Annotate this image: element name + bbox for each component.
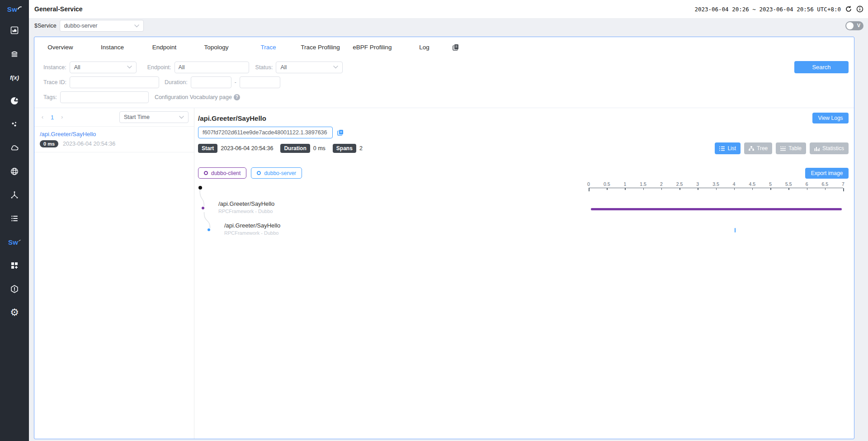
service-select[interactable]: dubbo-server: [60, 20, 144, 32]
scatter-dots-icon: [10, 120, 19, 129]
span-name: /api.Greeter/SayHello: [218, 200, 274, 207]
prev-page-icon[interactable]: ‹: [42, 114, 43, 120]
status-label: Status:: [255, 64, 273, 71]
sort-select[interactable]: Start Time: [119, 111, 189, 123]
view-logs-button[interactable]: View Logs: [812, 113, 849, 123]
view-statistics-label: Statistics: [822, 145, 844, 152]
legend-item[interactable]: dubbo-server: [251, 167, 302, 179]
copy-trace-id-icon[interactable]: [337, 129, 344, 136]
tab-topology[interactable]: Topology: [190, 44, 242, 51]
hexagon-alert-icon: [10, 285, 19, 294]
view-table-button[interactable]: Table: [776, 142, 806, 154]
chevron-down-icon: [327, 131, 328, 134]
span-dot[interactable]: [208, 228, 210, 231]
duration-min-input[interactable]: [191, 76, 231, 88]
endpoint-input[interactable]: [175, 62, 249, 73]
span-bar[interactable]: [735, 228, 736, 232]
chevron-down-icon: [134, 24, 139, 28]
view-table-label: Table: [788, 145, 802, 152]
trace-id-select[interactable]: f607fd7202d611ee9de7acde48001122.1.38976…: [198, 127, 333, 138]
sidebar-item-functions[interactable]: f(x): [8, 72, 21, 82]
tab-ebpf-profiling[interactable]: eBPF Profiling: [346, 44, 398, 51]
statistics-view-icon: [814, 146, 820, 151]
page-number[interactable]: 1: [51, 114, 54, 121]
view-tree-label: Tree: [757, 145, 768, 152]
status-select[interactable]: All: [276, 62, 343, 73]
legend-label: dubbo-server: [264, 170, 296, 176]
start-value: 2023-06-04 20:54:36: [221, 145, 273, 152]
spans-value: 2: [359, 145, 363, 152]
spans-badge: Spans: [333, 144, 356, 153]
gateway-axes-icon: [10, 190, 19, 199]
instance-select[interactable]: All: [70, 62, 137, 73]
sidebar-item-gateway[interactable]: [8, 190, 21, 200]
tab-instance[interactable]: Instance: [86, 44, 138, 51]
sidebar-item-kubernetes[interactable]: [8, 119, 21, 129]
trace-id-label: Trace ID:: [43, 79, 66, 85]
instance-label: Instance:: [43, 64, 66, 71]
trace-item-name: /api.Greeter/SayHello: [40, 131, 189, 138]
sort-select-value: Start Time: [124, 114, 150, 120]
span-bar[interactable]: [591, 208, 842, 210]
sidebar-item-dashboards[interactable]: [8, 261, 21, 270]
globe-icon: [10, 167, 19, 176]
span-dot[interactable]: [202, 207, 204, 209]
view-list-label: List: [727, 145, 736, 152]
chevron-down-icon: [333, 66, 338, 69]
span-row[interactable]: /api.Greeter/SayHello RPCFramework - Dub…: [224, 222, 280, 236]
main-panel: Overview Instance Endpoint Topology Trac…: [34, 37, 854, 439]
version-toggle[interactable]: V: [845, 21, 863, 30]
next-page-icon[interactable]: ›: [61, 114, 63, 120]
duration-label: Duration:: [165, 79, 188, 85]
sidebar-item-self-observability[interactable]: [8, 213, 21, 223]
info-icon[interactable]: [856, 5, 863, 13]
sidebar-item-alerts[interactable]: [8, 284, 21, 294]
view-list-button[interactable]: List: [715, 142, 741, 154]
functions-icon: f(x): [10, 74, 19, 81]
skywalking-logo[interactable]: Sw: [0, 0, 29, 18]
tab-log[interactable]: Log: [398, 44, 450, 51]
trace-list-panel: ‹ 1 › Start Time /api.Greeter/SayHello 0…: [34, 108, 194, 439]
sidebar-item-general-service[interactable]: [8, 25, 21, 35]
vocabulary-link[interactable]: Configuration Vocabulary page: [155, 94, 232, 100]
time-range-picker[interactable]: 2023-06-04 20:26 ~ 2023-06-04 20:56 UTC+…: [694, 6, 841, 13]
trace-span-chart: /api.Greeter/SayHello RPCFramework - Dub…: [198, 181, 854, 258]
search-button[interactable]: Search: [794, 61, 849, 73]
trace-id-input[interactable]: [70, 76, 159, 88]
span-bars: [589, 181, 843, 258]
endpoint-label: Endpoint:: [147, 64, 171, 71]
view-tree-button[interactable]: Tree: [744, 142, 772, 154]
help-icon[interactable]: ?: [234, 94, 240, 100]
tab-trace[interactable]: Trace: [242, 44, 294, 51]
tab-overview[interactable]: Overview: [34, 44, 86, 51]
chevron-down-icon: [179, 116, 184, 119]
tags-input[interactable]: [60, 91, 149, 103]
legend-circle-icon: [257, 171, 261, 175]
sidebar-item-service-mesh[interactable]: [8, 96, 21, 106]
sidebar-item-browser[interactable]: [8, 166, 21, 176]
sidebar-item-settings[interactable]: ⚙: [8, 308, 21, 318]
export-image-button[interactable]: Export image: [805, 168, 849, 179]
view-statistics-button[interactable]: Statistics: [810, 142, 849, 154]
duration-value: 0 ms: [313, 145, 326, 152]
trace-id-select-value: f607fd7202d611ee9de7acde48001122.1.38976…: [203, 129, 327, 136]
instance-select-value: All: [74, 64, 80, 71]
duration-separator: -: [235, 79, 236, 85]
tree-view-icon: [749, 146, 754, 151]
tab-endpoint[interactable]: Endpoint: [138, 44, 190, 51]
sidebar-item-skywalking[interactable]: Sw: [8, 237, 21, 247]
duration-max-input[interactable]: [240, 76, 280, 88]
sidebar-item-infrastructure[interactable]: [8, 143, 21, 153]
span-row[interactable]: /api.Greeter/SayHello RPCFramework - Dub…: [218, 200, 274, 214]
tab-trace-profiling[interactable]: Trace Profiling: [294, 44, 346, 51]
refresh-icon[interactable]: [845, 5, 852, 13]
start-badge: Start: [198, 144, 217, 153]
database-icon: [10, 49, 19, 58]
trace-list-item[interactable]: /api.Greeter/SayHello 0 ms 2023-06-04 20…: [34, 127, 194, 152]
copy-dashboard-icon[interactable]: [452, 43, 460, 51]
legend-label: dubbo-client: [211, 170, 241, 176]
span-name: /api.Greeter/SayHello: [224, 222, 280, 229]
list-view-icon: [719, 146, 725, 151]
legend-item[interactable]: dubbo-client: [198, 167, 246, 179]
sidebar-item-database[interactable]: [8, 49, 21, 59]
